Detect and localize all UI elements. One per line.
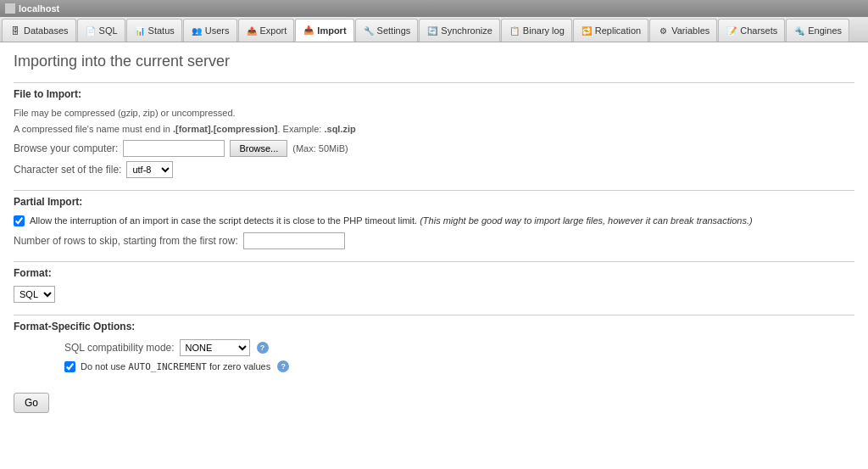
max-size-text: (Max: 50MiB) xyxy=(292,143,348,154)
auto-increment-checkbox[interactable] xyxy=(64,361,75,372)
tab-import[interactable]: 📥 Import xyxy=(295,19,353,42)
tab-databases-label: Databases xyxy=(24,25,69,36)
auto-increment-row: Do not use AUTO_INCREMENT for zero value… xyxy=(64,360,854,373)
settings-icon: 🔧 xyxy=(363,25,375,36)
auto-increment-label-pre: Do not use xyxy=(81,361,128,371)
import-icon: 📥 xyxy=(303,25,314,36)
format-row: SQL CSV XML xyxy=(14,286,854,303)
title-bar-text: localhost xyxy=(19,3,59,14)
partial-import-title: Partial Import: xyxy=(14,196,82,208)
tab-variables-label: Variables xyxy=(671,25,709,36)
tab-charsets-label: Charsets xyxy=(740,25,777,36)
tab-settings-label: Settings xyxy=(377,25,411,36)
tab-charsets[interactable]: 📝 Charsets xyxy=(718,19,785,42)
partial-import-section: Partial Import: Allow the interruption o… xyxy=(14,190,854,249)
sql-compat-select[interactable]: NONE MYSQL40 MYSQL323 ANSI xyxy=(180,339,250,356)
charset-label: Character set of the file: xyxy=(14,164,121,176)
tab-users[interactable]: 👥 Users xyxy=(183,19,237,42)
users-icon: 👥 xyxy=(191,25,203,36)
browse-row: Browse your computer: Browse... (Max: 50… xyxy=(14,140,854,157)
timeout-checkbox[interactable] xyxy=(14,215,25,226)
auto-increment-label-post: for zero values xyxy=(207,361,270,371)
timeout-checkbox-row: Allow the interruption of an import in c… xyxy=(14,215,854,227)
engines-icon: 🔩 xyxy=(793,25,805,36)
sql-icon: 📄 xyxy=(85,25,97,36)
file-desc-part2: . Example: xyxy=(277,124,324,134)
title-bar: localhost xyxy=(0,0,868,17)
synchronize-icon: 🔄 xyxy=(426,25,438,36)
databases-icon: 🗄 xyxy=(9,25,21,36)
file-import-header: File to Import: xyxy=(14,82,854,100)
tab-engines-label: Engines xyxy=(808,25,842,36)
sql-compat-help-icon[interactable]: ? xyxy=(257,342,269,354)
format-header: Format: xyxy=(14,261,854,279)
format-options-section: Format-Specific Options: SQL compatibili… xyxy=(14,315,854,373)
tab-replication-label: Replication xyxy=(595,25,641,36)
main-content: Importing into the current server File t… xyxy=(0,42,868,469)
rows-skip-input[interactable]: 0 xyxy=(243,232,345,249)
partial-import-header: Partial Import: xyxy=(14,190,854,208)
sql-compat-label: SQL compatibility mode: xyxy=(64,342,175,354)
format-options-title: Format-Specific Options: xyxy=(14,321,135,332)
tab-settings[interactable]: 🔧 Settings xyxy=(355,19,419,42)
app-icon xyxy=(5,3,15,14)
auto-increment-help-icon[interactable]: ? xyxy=(277,360,289,372)
tab-sql[interactable]: 📄 SQL xyxy=(77,19,125,42)
format-section: Format: SQL CSV XML xyxy=(14,261,854,303)
timeout-label-note: (This might be good way to import large … xyxy=(420,215,753,226)
tab-synchronize[interactable]: 🔄 Synchronize xyxy=(419,19,500,42)
tab-status[interactable]: 📊 Status xyxy=(126,19,182,42)
timeout-label-text: Allow the interruption of an import in c… xyxy=(30,215,417,226)
file-desc-format: .[format].[compression] xyxy=(173,124,277,134)
file-description-1: File may be compressed (gzip, zip) or un… xyxy=(14,107,854,120)
tab-status-label: Status xyxy=(148,25,175,36)
tab-binarylog[interactable]: 📋 Binary log xyxy=(501,19,572,42)
auto-increment-label: Do not use AUTO_INCREMENT for zero value… xyxy=(81,360,270,373)
file-desc-part1: A compressed file's name must end in xyxy=(14,124,173,134)
auto-increment-code: AUTO_INCREMENT xyxy=(128,361,207,372)
file-description-2: A compressed file's name must end in .[f… xyxy=(14,123,854,136)
file-import-section: File to Import: File may be compressed (… xyxy=(14,82,854,178)
sql-compat-row: SQL compatibility mode: NONE MYSQL40 MYS… xyxy=(64,339,854,356)
timeout-checkbox-label: Allow the interruption of an import in c… xyxy=(30,215,753,227)
export-icon: 📤 xyxy=(246,25,258,36)
nav-bar: 🗄 Databases 📄 SQL 📊 Status 👥 Users 📤 Exp… xyxy=(0,17,868,42)
tab-binarylog-label: Binary log xyxy=(523,25,565,36)
file-desc-example: .sql.zip xyxy=(324,124,355,134)
binarylog-icon: 📋 xyxy=(509,25,520,36)
browse-button[interactable]: Browse... xyxy=(230,140,287,157)
file-input-display xyxy=(123,140,225,157)
variables-icon: ⚙ xyxy=(657,25,669,36)
rows-skip-row: Number of rows to skip, starting from th… xyxy=(14,232,854,249)
page-title: Importing into the current server xyxy=(14,53,854,70)
tab-sql-label: SQL xyxy=(99,25,118,36)
tab-engines[interactable]: 🔩 Engines xyxy=(786,19,849,42)
format-title: Format: xyxy=(14,267,52,279)
go-button[interactable]: Go xyxy=(14,393,49,413)
tab-import-label: Import xyxy=(317,25,346,36)
charset-select[interactable]: utf-8 latin1 utf-16 xyxy=(126,161,173,178)
status-icon: 📊 xyxy=(134,25,146,36)
file-import-title: File to Import: xyxy=(14,88,81,100)
replication-icon: 🔁 xyxy=(581,25,593,36)
tab-replication[interactable]: 🔁 Replication xyxy=(573,19,648,42)
rows-skip-label: Number of rows to skip, starting from th… xyxy=(14,235,238,247)
tab-synchronize-label: Synchronize xyxy=(441,25,492,36)
format-select[interactable]: SQL CSV XML xyxy=(14,286,55,303)
tab-users-label: Users xyxy=(205,25,230,36)
charset-row: Character set of the file: utf-8 latin1 … xyxy=(14,161,854,178)
browse-label: Browse your computer: xyxy=(14,142,118,154)
tab-variables[interactable]: ⚙ Variables xyxy=(649,19,717,42)
tab-export-label: Export xyxy=(260,25,287,36)
charsets-icon: 📝 xyxy=(726,25,737,36)
go-button-container: Go xyxy=(14,386,854,413)
tab-databases[interactable]: 🗄 Databases xyxy=(2,19,76,42)
tab-export[interactable]: 📤 Export xyxy=(238,19,295,42)
format-options-header: Format-Specific Options: xyxy=(14,315,854,332)
